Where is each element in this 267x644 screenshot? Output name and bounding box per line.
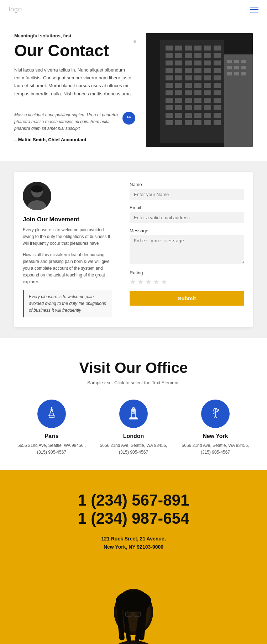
svg-rect-5 [194, 46, 201, 51]
svg-rect-55 [214, 105, 221, 110]
svg-rect-7 [214, 46, 221, 51]
svg-rect-91 [132, 408, 135, 409]
svg-rect-67 [214, 120, 221, 125]
name-field-group: Name [130, 182, 244, 200]
svg-rect-54 [204, 105, 211, 110]
email-input[interactable] [130, 212, 244, 223]
quote-icon: ❛❛ [122, 112, 135, 125]
svg-rect-41 [194, 90, 201, 95]
svg-rect-9 [175, 53, 182, 58]
svg-rect-8 [166, 53, 173, 58]
cta-section: 1 (234) 567-891 1 (234) 987-654 121 Rock… [0, 470, 267, 644]
svg-rect-64 [185, 120, 192, 125]
london-icon [119, 400, 148, 428]
svg-rect-16 [185, 60, 192, 65]
london-city: London [96, 433, 171, 439]
svg-rect-46 [185, 98, 192, 103]
svg-rect-29 [194, 75, 201, 80]
hero-section: Meaningful solutions, fast Our Contact N… [0, 19, 267, 161]
decorative-dot [134, 40, 136, 43]
cta-phone2: 1 (234) 987-654 [14, 510, 253, 528]
svg-rect-48 [204, 98, 211, 103]
svg-rect-63 [175, 120, 182, 125]
hero-left: Meaningful solutions, fast Our Contact N… [14, 33, 139, 147]
svg-rect-71 [241, 60, 246, 63]
cta-phone1: 1 (234) 567-891 [14, 491, 253, 510]
cta-address-line1: 121 Rock Sreet, 21 Avenue, [101, 536, 166, 542]
office-title: Visit Our Office [14, 359, 253, 376]
hamburger-line-3 [250, 12, 258, 12]
newyork-address: 5656 21nd Ave, Seattle, WA 98456, (315) … [178, 442, 253, 456]
office-card-paris: Paris 5656 21nd Ave, Seattle, WA 98456 ,… [14, 400, 89, 456]
hero-right [146, 33, 253, 147]
svg-rect-35 [194, 83, 201, 88]
svg-rect-15 [175, 60, 182, 65]
office-cards: Paris 5656 21nd Ave, Seattle, WA 98456 ,… [14, 400, 253, 456]
svg-rect-53 [194, 105, 201, 110]
svg-rect-73 [234, 66, 239, 69]
header: logo [0, 0, 267, 19]
paris-city: Paris [14, 433, 89, 439]
hero-divider [14, 105, 135, 105]
svg-point-115 [136, 612, 140, 615]
svg-rect-51 [175, 105, 182, 110]
form-para2: How is all this mistaken idea of denounc… [23, 252, 112, 286]
svg-rect-58 [185, 113, 192, 118]
svg-rect-70 [234, 60, 239, 63]
form-heading: Join Our Movement [23, 216, 112, 223]
hamburger-line-2 [250, 9, 258, 10]
email-label: Email [130, 205, 244, 210]
svg-rect-17 [194, 60, 201, 65]
cta-address: 121 Rock Sreet, 21 Avenue, New York, NY … [14, 535, 253, 552]
star-rating[interactable]: ★ ★ ★ ★ ★ [130, 278, 244, 286]
svg-rect-33 [175, 83, 182, 88]
svg-rect-12 [204, 53, 211, 58]
form-right-panel: Name Email Message Rating ★ ★ ★ ★ ★ Subm… [121, 172, 253, 327]
svg-rect-62 [166, 120, 173, 125]
form-card: Join Our Movement Every pleasure is to w… [14, 172, 253, 327]
svg-rect-65 [194, 120, 201, 125]
office-card-newyork: New York 5656 21nd Ave, Seattle, WA 9845… [178, 400, 253, 456]
svg-rect-20 [166, 68, 173, 73]
submit-button[interactable]: Submit [130, 291, 244, 306]
message-label: Message [130, 228, 244, 233]
svg-rect-50 [166, 105, 173, 110]
svg-rect-32 [166, 83, 173, 88]
star-1[interactable]: ★ [130, 278, 136, 286]
office-section: Visit Our Office Sample text. Click to s… [0, 338, 267, 470]
svg-rect-75 [227, 72, 232, 75]
office-card-london: London 5656 21nd Ave, Seattle, WA 98456,… [96, 400, 171, 456]
svg-rect-27 [175, 75, 182, 80]
email-field-group: Email [130, 205, 244, 223]
message-input[interactable] [130, 235, 244, 264]
svg-rect-23 [194, 68, 201, 73]
svg-rect-13 [214, 53, 221, 58]
hamburger-menu[interactable] [250, 7, 258, 12]
svg-line-100 [213, 412, 215, 414]
star-3[interactable]: ★ [145, 278, 152, 286]
office-subtitle: Sample text. Click to select the Text El… [14, 380, 253, 385]
star-2[interactable]: ★ [137, 278, 144, 286]
paris-icon [37, 400, 66, 428]
hero-quote-block: Massa tincidunt nunc pulvinar sapien. Ur… [14, 112, 135, 132]
star-5[interactable]: ★ [161, 278, 167, 286]
svg-rect-60 [204, 113, 211, 118]
name-input[interactable] [130, 189, 244, 200]
svg-rect-52 [185, 105, 192, 110]
svg-rect-59 [194, 113, 201, 118]
svg-point-88 [51, 407, 52, 408]
svg-rect-76 [234, 72, 239, 75]
svg-rect-26 [166, 75, 173, 80]
svg-rect-11 [194, 53, 201, 58]
svg-rect-25 [214, 68, 221, 73]
svg-rect-74 [241, 66, 246, 69]
svg-rect-14 [166, 60, 173, 65]
message-field-group: Message [130, 228, 244, 265]
svg-rect-24 [204, 68, 211, 73]
star-4[interactable]: ★ [153, 278, 159, 286]
hamburger-line-1 [250, 7, 258, 7]
svg-rect-42 [204, 90, 211, 95]
svg-rect-47 [194, 98, 201, 103]
svg-rect-4 [185, 46, 192, 51]
svg-rect-45 [175, 98, 182, 103]
